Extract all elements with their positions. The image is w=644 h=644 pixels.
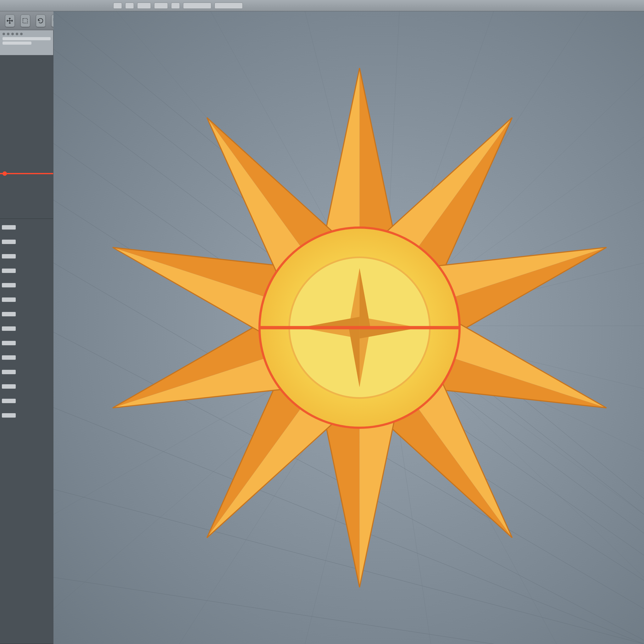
- timeline-panel[interactable]: [0, 55, 53, 219]
- svg-marker-59: [349, 268, 370, 387]
- sun-ray: [319, 392, 400, 587]
- svg-line-18: [384, 74, 644, 326]
- rotate-tool-button[interactable]: [36, 14, 46, 27]
- svg-rect-0: [23, 18, 28, 23]
- sun-star-object[interactable]: [89, 57, 630, 598]
- scale-tick: [2, 269, 16, 273]
- svg-line-29: [305, 11, 384, 326]
- svg-line-11: [53, 143, 644, 555]
- axis-marker[interactable]: [0, 173, 53, 174]
- scale-tick: [2, 326, 16, 331]
- svg-line-14: [53, 332, 644, 640]
- svg-marker-48: [398, 356, 545, 538]
- sun-disc-inner: [289, 257, 430, 398]
- svg-marker-63: [349, 328, 359, 387]
- titlebar-segment: [113, 3, 122, 9]
- svg-line-24: [384, 326, 644, 452]
- svg-line-12: [53, 200, 644, 580]
- svg-line-30: [384, 11, 399, 326]
- viewport-canvas[interactable]: [53, 11, 644, 644]
- svg-line-33: [53, 326, 384, 514]
- sun-disc-outer: [259, 228, 459, 428]
- svg-marker-53: [100, 309, 298, 408]
- scale-tick: [2, 297, 16, 302]
- sun-inner-star: [300, 268, 419, 387]
- scale-tick: [2, 341, 16, 345]
- svg-line-9: [53, 49, 644, 514]
- titlebar-segment: [171, 3, 180, 9]
- svg-marker-60: [300, 317, 419, 339]
- scale-tick: [2, 413, 16, 418]
- titlebar-segment: [137, 3, 151, 9]
- svg-marker-61: [359, 268, 370, 328]
- tool-options-panel[interactable]: [0, 30, 53, 55]
- svg-marker-55: [113, 209, 310, 308]
- svg-marker-58: [174, 118, 321, 299]
- svg-line-15: [53, 408, 644, 644]
- properties-panel[interactable]: [0, 219, 53, 644]
- sun-ray: [409, 309, 619, 447]
- sun-ray: [319, 68, 400, 263]
- svg-marker-44: [409, 209, 607, 308]
- sun-ray: [174, 94, 354, 299]
- svg-line-16: [53, 489, 644, 644]
- svg-line-23: [384, 326, 644, 389]
- svg-marker-41: [398, 118, 545, 299]
- left-panel: [0, 30, 53, 644]
- svg-marker-39: [359, 68, 400, 263]
- svg-line-25: [384, 326, 644, 514]
- svg-marker-43: [421, 247, 619, 346]
- scale-tick: [2, 370, 16, 374]
- svg-line-34: [53, 326, 384, 609]
- svg-marker-56: [100, 247, 298, 346]
- svg-marker-49: [319, 392, 359, 587]
- move-tool-button[interactable]: [5, 14, 15, 27]
- scale-tick: [2, 283, 16, 287]
- sun-ray: [409, 209, 619, 346]
- app-root: [0, 0, 644, 644]
- scale-tick: [2, 225, 16, 230]
- scale-tick: [2, 254, 16, 258]
- scale-tick: [2, 399, 16, 403]
- svg-marker-64: [300, 317, 359, 328]
- scale-tick: [2, 240, 16, 244]
- svg-line-38: [384, 326, 557, 644]
- svg-line-36: [305, 326, 384, 644]
- svg-line-35: [179, 326, 384, 644]
- svg-line-37: [384, 326, 431, 644]
- svg-line-20: [384, 200, 644, 326]
- perspective-grid: [53, 11, 644, 644]
- svg-line-32: [384, 11, 588, 326]
- svg-marker-46: [421, 309, 619, 408]
- svg-line-17: [53, 577, 494, 644]
- svg-marker-40: [319, 68, 359, 263]
- svg-line-21: [384, 263, 644, 326]
- titlebar-segment: [214, 3, 243, 9]
- scale-tick: [2, 384, 16, 389]
- svg-marker-45: [409, 348, 607, 447]
- svg-line-19: [384, 137, 644, 326]
- svg-line-31: [384, 11, 494, 326]
- svg-marker-57: [207, 94, 354, 275]
- selection-tool-button[interactable]: [20, 14, 30, 27]
- svg-line-13: [53, 263, 644, 609]
- titlebar: [0, 0, 644, 11]
- scale-tick: [2, 355, 16, 360]
- sun-ray: [365, 356, 545, 562]
- svg-marker-62: [359, 328, 419, 338]
- svg-marker-51: [174, 356, 321, 538]
- titlebar-segment: [125, 3, 134, 9]
- svg-marker-42: [365, 94, 512, 275]
- svg-line-27: [116, 11, 384, 326]
- scale-tick: [2, 312, 16, 316]
- sun-ray: [365, 94, 545, 299]
- titlebar-segment: [183, 3, 211, 9]
- svg-marker-50: [359, 392, 400, 587]
- svg-marker-52: [207, 380, 354, 562]
- svg-line-26: [384, 326, 644, 577]
- sun-ray: [100, 309, 310, 447]
- titlebar-segment: [154, 3, 168, 9]
- svg-line-8: [53, 11, 644, 499]
- svg-marker-47: [365, 380, 512, 562]
- sun-ray: [100, 209, 310, 346]
